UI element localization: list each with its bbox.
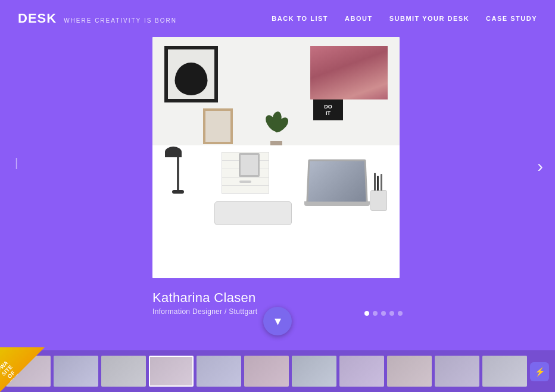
person-title: Information Designer / Stuttgart — [152, 307, 257, 316]
center-button[interactable]: ▾ — [263, 307, 292, 335]
frame-small — [203, 108, 233, 144]
dot-4[interactable] — [389, 311, 394, 316]
desk-image: DOIT — [152, 37, 400, 278]
dot-2[interactable] — [373, 311, 378, 316]
keyboard — [214, 201, 292, 225]
laptop-screen — [307, 159, 368, 201]
frame-top-left — [164, 46, 218, 102]
plant — [266, 111, 287, 150]
pen-1 — [374, 173, 376, 191]
desk-card: DOIT — [152, 37, 403, 316]
nav-about[interactable]: ABOUT — [345, 15, 373, 22]
desk-photo-frame — [239, 153, 260, 177]
thumb-10[interactable] — [435, 356, 479, 387]
do-it-sign: DOIT — [313, 99, 343, 120]
plant-leaves — [266, 111, 287, 141]
thumb-5[interactable] — [197, 356, 241, 387]
brand: DESK WHERE CREATIVITY IS BORN — [18, 11, 177, 26]
thumb-2[interactable] — [54, 356, 98, 387]
pen-2 — [377, 176, 379, 191]
down-icon: ▾ — [275, 313, 281, 329]
lamp-stem — [177, 157, 179, 190]
nav-back-to-list[interactable]: BACK TO LIST — [272, 15, 328, 22]
lamp-head — [165, 147, 182, 157]
thumb-11[interactable] — [482, 356, 527, 387]
navigation: BACK TO LIST ABOUT SUBMIT YOUR DESK CASE… — [272, 15, 537, 22]
thumb-8[interactable] — [339, 356, 384, 387]
pens-cup — [370, 190, 387, 211]
thumb-7[interactable] — [292, 356, 336, 387]
strikingly-icon: ⚡ — [535, 367, 545, 377]
logo[interactable]: DESK — [18, 11, 57, 26]
desk-scene: DOIT — [152, 37, 400, 278]
dots-indicator — [364, 311, 403, 316]
drawer-4 — [222, 178, 269, 186]
main-content: | DOIT — [0, 37, 555, 322]
thumb-3[interactable] — [101, 356, 146, 387]
lamp-base — [172, 190, 184, 194]
caption: Katharina Clasen Information Designer / … — [152, 290, 257, 316]
nav-case-study[interactable]: CASE STUDY — [486, 15, 537, 22]
thumbnail-strip — [0, 350, 555, 392]
lamp — [172, 150, 184, 194]
dot-1[interactable] — [364, 311, 369, 316]
laptop-base — [304, 201, 370, 206]
dot-5[interactable] — [398, 311, 403, 316]
bird-silhouette — [175, 63, 208, 95]
thumb-4[interactable] — [149, 356, 194, 387]
frame-pink — [310, 46, 388, 99]
drawer-handle-4 — [239, 181, 251, 183]
dot-3[interactable] — [381, 311, 386, 316]
tagline: WHERE CREATIVITY IS BORN — [64, 17, 177, 24]
nav-submit-your-desk[interactable]: SUBMIT YOUR DESK — [389, 15, 469, 22]
prev-arrow[interactable]: | — [15, 156, 18, 170]
person-name: Katharina Clasen — [152, 290, 257, 306]
thumb-6[interactable] — [244, 356, 289, 387]
thumb-9[interactable] — [387, 356, 432, 387]
strikingly-badge[interactable]: ⚡ — [530, 362, 549, 381]
header: DESK WHERE CREATIVITY IS BORN BACK TO LI… — [0, 0, 555, 37]
do-it-text: DOIT — [324, 104, 332, 117]
pen-3 — [381, 174, 382, 191]
next-arrow[interactable]: › — [537, 156, 543, 176]
laptop — [307, 158, 370, 206]
